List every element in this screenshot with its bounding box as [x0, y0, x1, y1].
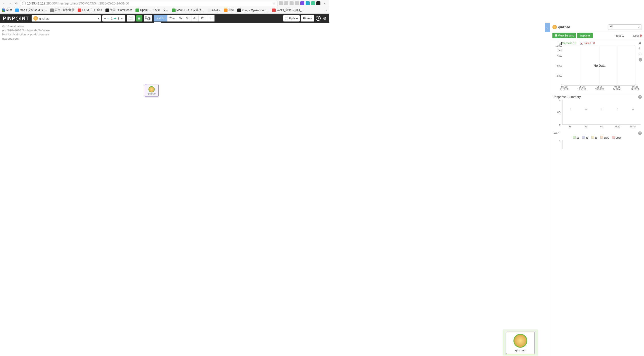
time-range-button[interactable]: 1h — [177, 15, 184, 22]
bookmarks-overflow[interactable]: » — [325, 8, 327, 12]
url-bar[interactable]: i 10.39.43.117:28080/#/main/qinzhao@TOMC… — [20, 1, 278, 6]
caret-down-icon: ▾ — [120, 17, 124, 20]
bookmark-icon — [50, 8, 54, 12]
inbound-outbound-select[interactable]: ••• → 1 ⮕ 1 ▾ — [102, 15, 126, 22]
apps-icon — [2, 8, 5, 12]
time-range-button[interactable]: 1d — [207, 15, 214, 22]
tomcat-icon — [33, 16, 38, 20]
main-area: GoJS evaluation (c) 1998–2016 Northwoods… — [0, 23, 329, 178]
pinpoint-logo[interactable]: PINPINT — [2, 16, 30, 21]
bookmark-icon — [272, 8, 276, 12]
arrow-right-icon: ⮕ — [114, 16, 117, 20]
bookmark-icon — [106, 8, 109, 12]
bookmark-icon — [172, 8, 176, 12]
bookmark-item[interactable]: 首页 - 新智超脑 — [50, 8, 74, 12]
bookmark-item[interactable]: Mac OS X 下安装使… — [172, 8, 204, 12]
bookmark-item[interactable]: COME门户系统 — [78, 8, 102, 12]
node-label: qinzhao — [148, 92, 156, 95]
gojs-watermark: GoJS evaluation (c) 1998–2016 Northwoods… — [2, 24, 50, 41]
extension-icon[interactable] — [311, 1, 315, 5]
bookmark-icon — [237, 8, 241, 12]
topology-canvas[interactable]: GoJS evaluation (c) 1998–2016 Northwoods… — [0, 23, 329, 178]
update-checkbox[interactable] — [285, 17, 288, 20]
time-range-button[interactable]: Last 5m — [154, 15, 168, 22]
forward-button[interactable]: → — [8, 1, 12, 6]
info-icon[interactable]: i — [22, 2, 26, 5]
time-range-button[interactable]: 3h — [184, 15, 191, 22]
topology-node[interactable]: qinzhao — [145, 84, 158, 97]
extension-icon[interactable] — [316, 1, 320, 5]
view-toggle-button[interactable]: ☰ — [136, 15, 142, 22]
help-icon[interactable]: ? — [316, 16, 321, 21]
bookmark-star-icon[interactable]: ☆ — [272, 1, 276, 5]
application-select[interactable]: qinzhao ▾ — [32, 15, 101, 22]
time-range-button[interactable]: 12h — [198, 15, 207, 22]
browser-toolbar: ← → ⟳ i 10.39.43.117:28080/#/main/qinzha… — [0, 0, 329, 7]
bookmark-icon — [15, 8, 19, 12]
extension-icon[interactable] — [295, 1, 299, 5]
bookmark-item[interactable]: OpenTSDB首页、文… — [136, 8, 168, 12]
reload-button[interactable]: ⟳ — [14, 1, 19, 6]
apps-button[interactable]: 应用 — [2, 8, 12, 12]
refresh-interval-select[interactable]: 10 sec▾ — [301, 15, 314, 22]
time-range-button[interactable]: 6h — [192, 15, 198, 22]
extension-icon[interactable] — [306, 1, 310, 5]
url-host: 10.39.43.117 — [27, 2, 46, 5]
bookmark-icon — [136, 8, 139, 12]
extension-icon[interactable] — [300, 1, 304, 5]
caret-down-icon: ▾ — [98, 17, 99, 20]
url-path: /#/main/qinzhao@TOMCAT/5m/2018-05-26-14-… — [55, 2, 129, 5]
extension-icon[interactable] — [279, 1, 283, 5]
dots-icon: ••• — [104, 17, 106, 20]
bookmark-item[interactable]: 云API_华为云接口_… — [272, 8, 304, 12]
caret-down-icon: ▾ — [311, 17, 312, 20]
app-name: qinzhao — [39, 17, 50, 20]
bookmark-icon — [78, 8, 81, 12]
bookmark-item[interactable]: Mac下安装Go & Su… — [15, 8, 47, 12]
auto-update-toggle[interactable]: Update — [283, 15, 300, 22]
bookmark-icon — [224, 8, 228, 12]
bookmark-item[interactable]: k8sdoc — [208, 8, 221, 12]
bookmark-item[interactable]: 邮箱 — [224, 8, 234, 12]
extension-icon[interactable] — [284, 1, 288, 5]
tomcat-icon — [148, 86, 155, 92]
realtime-button[interactable]: REALTIME — [144, 15, 152, 22]
app-header: PINPINT qinzhao ▾ ••• → 1 ⮕ 1 ▾ WASONLY … — [0, 14, 329, 23]
back-button[interactable]: ← — [1, 1, 6, 6]
logo-dot-icon — [16, 16, 20, 20]
time-range-button[interactable]: 20m — [168, 15, 177, 22]
was-only-toggle[interactable]: WASONLY — [127, 15, 135, 22]
bookmark-item[interactable]: 登录 - Confluence — [106, 8, 132, 12]
bookmarks-bar: 应用 Mac下安装Go & Su… 首页 - 新智超脑 COME门户系统 登录 … — [0, 7, 329, 14]
bookmark-item[interactable]: Kong - Open-Sourc… — [237, 8, 269, 12]
arrow-right-icon: → — [106, 16, 110, 20]
url-port: :28080 — [46, 2, 55, 5]
extension-icon[interactable] — [290, 1, 294, 5]
bookmark-icon — [208, 8, 211, 12]
settings-gear-icon[interactable]: ⚙ — [322, 16, 327, 21]
browser-menu-icon[interactable]: ⋮ — [322, 1, 328, 6]
time-range-group: Last 5m 20m 1h 3h 6h 12h 1d 2d — [154, 15, 215, 22]
